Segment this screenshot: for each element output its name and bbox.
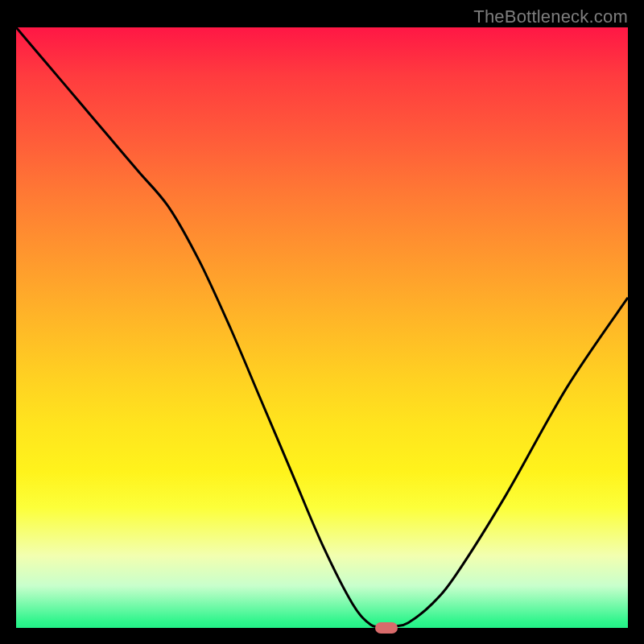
chart-stage: TheBottleneck.com xyxy=(0,0,644,644)
watermark-text: TheBottleneck.com xyxy=(473,6,628,27)
plot-area xyxy=(16,27,628,628)
bottleneck-curve xyxy=(16,27,628,628)
optimal-point-marker xyxy=(375,622,398,634)
plot-frame xyxy=(16,27,628,628)
